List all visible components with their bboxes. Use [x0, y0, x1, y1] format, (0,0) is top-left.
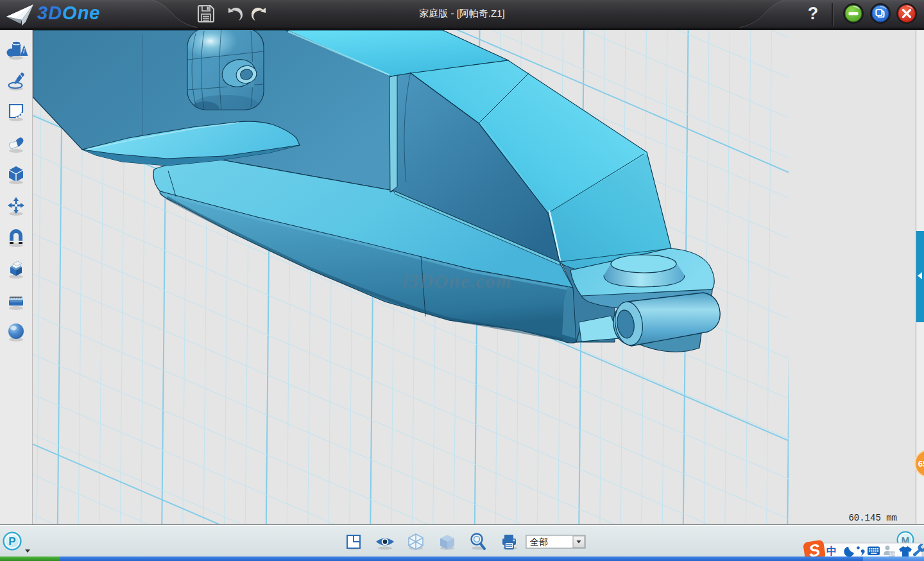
svg-text:i3DOne.com: i3DOne.com: [402, 270, 512, 291]
svg-text:全部: 全部: [530, 537, 548, 547]
svg-text:60.145 mm: 60.145 mm: [848, 513, 897, 523]
svg-text:中: 中: [826, 546, 837, 557]
svg-text:65: 65: [918, 459, 924, 469]
svg-text:P: P: [8, 535, 15, 548]
